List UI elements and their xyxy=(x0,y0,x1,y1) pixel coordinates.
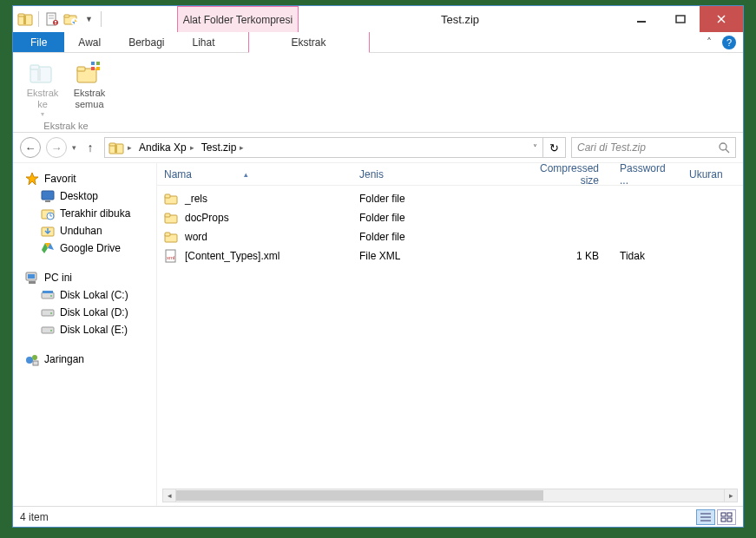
column-type[interactable]: Jenis xyxy=(352,168,517,180)
svg-rect-54 xyxy=(33,361,38,365)
horizontal-scrollbar[interactable]: ◂ ▸ xyxy=(162,489,738,502)
svg-rect-26 xyxy=(109,143,115,146)
tree-item-gdrive[interactable]: Google Drive xyxy=(16,239,153,257)
back-button[interactable]: ← xyxy=(20,137,41,158)
tree-label: Disk Lokal (D:) xyxy=(60,306,128,318)
tab-extract[interactable]: Ekstrak xyxy=(248,32,370,53)
svg-rect-23 xyxy=(91,67,95,70)
file-name: [Content_Types].xml xyxy=(185,250,279,262)
search-icon xyxy=(718,141,730,154)
file-type: Folder file xyxy=(352,231,517,243)
help-icon[interactable]: ? xyxy=(722,36,736,49)
list-item[interactable]: _rels Folder file xyxy=(157,189,743,208)
tree-pc[interactable]: PC ini xyxy=(16,269,153,286)
svg-rect-1 xyxy=(18,14,24,16)
downloads-icon xyxy=(41,224,55,238)
extract-all-button[interactable]: Ekstrak semua xyxy=(69,56,110,119)
file-type: Folder file xyxy=(352,212,517,224)
list-item[interactable]: xml[Content_Types].xml File XML 1 KB Tid… xyxy=(157,246,743,266)
file-type: Folder file xyxy=(352,193,517,205)
chevron-right-icon[interactable]: ▸ xyxy=(240,143,244,152)
tab-share[interactable]: Berbagi xyxy=(115,32,178,52)
svg-text:xml: xml xyxy=(167,255,174,260)
file-size: 1 KB xyxy=(517,250,613,262)
drive-icon xyxy=(41,323,55,337)
scroll-left-icon[interactable]: ◂ xyxy=(162,489,176,502)
search-input[interactable]: Cari di Test.zip xyxy=(571,137,736,158)
gdrive-icon xyxy=(41,241,55,255)
quick-access-toolbar: ▼ xyxy=(13,6,108,32)
details-view-button[interactable] xyxy=(696,509,715,525)
svg-rect-7 xyxy=(55,21,56,23)
tree-item-drive-d[interactable]: Disk Lokal (D:) xyxy=(16,304,153,321)
recent-icon xyxy=(41,207,55,220)
extract-all-icon xyxy=(76,58,103,86)
svg-rect-24 xyxy=(96,67,100,70)
tab-view[interactable]: Lihat xyxy=(179,32,229,52)
scroll-track[interactable] xyxy=(176,489,724,502)
tree-item-desktop[interactable]: Desktop xyxy=(16,187,153,205)
tree-network[interactable]: Jaringan xyxy=(16,351,153,368)
tree-item-drive-c[interactable]: Disk Lokal (C:) xyxy=(16,286,153,304)
tab-home[interactable]: Awal xyxy=(64,32,115,52)
window-controls xyxy=(621,6,743,32)
qat-dropdown-icon[interactable]: ▼ xyxy=(82,15,96,23)
scroll-right-icon[interactable]: ▸ xyxy=(724,489,738,502)
address-segment-label: Andika Xp xyxy=(139,141,187,154)
star-icon xyxy=(25,172,39,186)
address-segment[interactable]: Andika Xp ▸ xyxy=(135,141,198,154)
chevron-right-icon[interactable]: ▸ xyxy=(128,143,132,152)
column-name[interactable]: Nama▴ xyxy=(157,168,352,180)
address-bar[interactable]: ▸ Andika Xp ▸ Test.zip ▸ ˅ ↻ xyxy=(104,137,566,158)
zip-folder-icon xyxy=(16,10,34,28)
tree-label: Desktop xyxy=(60,190,98,202)
new-folder-icon[interactable] xyxy=(62,10,80,28)
sort-asc-icon: ▴ xyxy=(244,170,248,179)
tree-favorites[interactable]: Favorit xyxy=(16,170,153,187)
svg-rect-8 xyxy=(55,23,56,24)
column-ukuran[interactable]: Ukuran xyxy=(682,168,743,180)
svg-rect-68 xyxy=(721,518,726,522)
content-area: Favorit Desktop Terakhir dibuka Unduhan … xyxy=(13,162,743,506)
scroll-thumb[interactable] xyxy=(176,490,543,501)
refresh-button[interactable]: ↻ xyxy=(542,138,565,157)
extract-to-button[interactable]: Ekstrak ke ▾ xyxy=(22,56,63,119)
file-name: _rels xyxy=(185,193,207,205)
list-rows: _rels Folder file docProps Folder file w… xyxy=(157,186,743,506)
file-name: docProps xyxy=(185,212,229,224)
address-dropdown-icon[interactable]: ˅ xyxy=(528,143,542,153)
tree-label: Google Drive xyxy=(60,242,121,254)
ribbon-collapse-icon[interactable]: ˄ xyxy=(707,36,712,49)
up-button[interactable]: ↑ xyxy=(82,139,99,156)
large-icons-view-button[interactable] xyxy=(717,509,736,525)
column-password[interactable]: Password ... xyxy=(613,162,682,187)
column-size[interactable]: Compressed size xyxy=(517,162,613,187)
close-button[interactable] xyxy=(700,6,743,32)
chevron-right-icon[interactable]: ▸ xyxy=(190,143,194,152)
svg-rect-43 xyxy=(28,274,35,279)
svg-rect-27 xyxy=(115,145,117,153)
xml-file-icon: xml xyxy=(164,249,178,263)
minimize-button[interactable] xyxy=(621,6,661,32)
tree-label: Terakhir dibuka xyxy=(60,207,130,220)
svg-rect-56 xyxy=(165,194,170,198)
forward-button[interactable]: → xyxy=(46,137,67,158)
tree-item-drive-e[interactable]: Disk Lokal (E:) xyxy=(16,321,153,338)
svg-marker-30 xyxy=(26,173,38,185)
file-list: Nama▴ Jenis Compressed size Password ...… xyxy=(157,163,743,506)
folder-icon xyxy=(164,230,178,244)
properties-icon[interactable] xyxy=(43,10,61,28)
separator xyxy=(38,11,39,27)
status-item-count: 4 item xyxy=(20,511,49,523)
history-dropdown-icon[interactable]: ▾ xyxy=(72,143,76,152)
svg-rect-31 xyxy=(42,191,54,200)
maximize-button[interactable] xyxy=(661,6,700,32)
tree-item-downloads[interactable]: Unduhan xyxy=(16,222,153,239)
address-segment[interactable]: Test.zip ▸ xyxy=(198,141,248,154)
list-item[interactable]: docProps Folder file xyxy=(157,208,743,227)
tree-label: Disk Lokal (E:) xyxy=(60,324,128,336)
tree-label: Unduhan xyxy=(60,225,102,237)
tab-file[interactable]: File xyxy=(13,32,64,52)
list-item[interactable]: word Folder file xyxy=(157,227,743,246)
tree-item-recent[interactable]: Terakhir dibuka xyxy=(16,205,153,222)
